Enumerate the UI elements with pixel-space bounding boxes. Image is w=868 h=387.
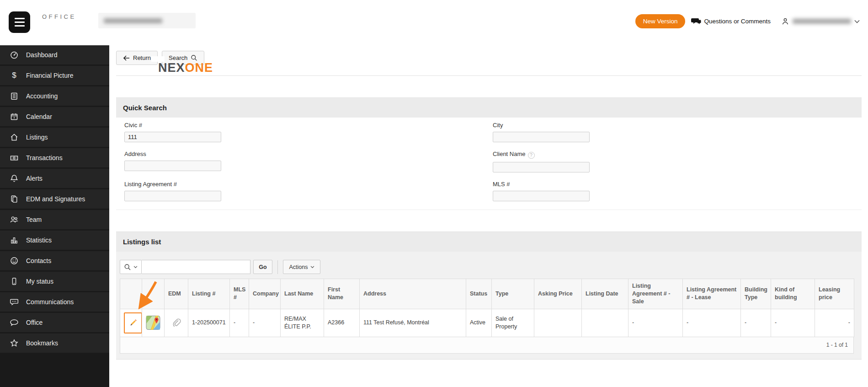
agency-selector-field[interactable] (98, 13, 196, 28)
sidebar-item-listings[interactable]: Listings (0, 128, 109, 147)
col-last-name[interactable]: Last Name (281, 279, 324, 309)
sidebar-item-statistics[interactable]: Statistics (0, 231, 109, 250)
civic-label: Civic # (124, 122, 221, 129)
app-header: NEXONE OFFICE New Version Questions or C… (0, 0, 868, 45)
col-mls[interactable]: MLS # (230, 279, 249, 309)
sidebar-item-contacts[interactable]: Contacts (0, 251, 109, 270)
paperclip-icon (171, 318, 181, 328)
edit-listing-button[interactable] (124, 312, 142, 333)
sidebar-item-office[interactable]: Office (0, 313, 109, 332)
field-civic: Civic # (124, 122, 221, 142)
sidebar-item-label: Transactions (26, 154, 63, 161)
listing-agreement-input[interactable] (124, 191, 221, 201)
sidebar-item-label: EDM and Signatures (26, 195, 85, 203)
col-address[interactable]: Address (360, 279, 466, 309)
person-icon (781, 17, 789, 26)
sidebar-item-label: Dashboard (26, 51, 58, 59)
civic-input[interactable] (124, 132, 221, 142)
sidebar-item-bookmarks[interactable]: Bookmarks (0, 333, 109, 353)
col-type[interactable]: Type (492, 279, 534, 309)
search-column-dropdown[interactable] (120, 260, 142, 274)
cell-company: - (249, 309, 281, 337)
sidebar-item-label: Office (26, 319, 43, 326)
speech-bubble-icon (10, 318, 19, 327)
map-button[interactable] (146, 315, 160, 330)
mls-label: MLS # (493, 181, 590, 188)
cell-building-type: - (741, 309, 771, 337)
banknote-icon (10, 153, 19, 162)
actions-label: Actions (289, 264, 308, 270)
col-first-name[interactable]: First Name (324, 279, 360, 309)
sidebar-item-calendar[interactable]: Calendar (0, 107, 109, 126)
app-logo: NEXONE OFFICE (42, 11, 76, 20)
listings-search-input[interactable] (142, 260, 250, 274)
search-icon (124, 263, 131, 271)
search-icon (191, 54, 197, 61)
listings-section: Listings list Go Actions (116, 231, 862, 360)
col-edit (120, 279, 142, 309)
listing-agreement-label: Listing Agreement # (124, 181, 221, 188)
sidebar-item-label: Communications (26, 298, 74, 306)
col-asking-price[interactable]: Asking Price (534, 279, 582, 309)
mls-input[interactable] (493, 191, 590, 201)
edm-attachment-button[interactable] (168, 318, 184, 328)
toolbar-separator (277, 260, 278, 274)
sidebar-item-communications[interactable]: Communications (0, 292, 109, 312)
sidebar-item-my-status[interactable]: My status (0, 272, 109, 291)
page: NEXONE OFFICE New Version Questions or C… (0, 0, 868, 387)
sidebar-item-accounting[interactable]: Accounting (0, 86, 109, 106)
go-button[interactable]: Go (253, 260, 272, 274)
user-account-menu[interactable] (781, 17, 860, 26)
logo-nex: NEX (158, 61, 185, 75)
redacted-username (793, 19, 851, 24)
logo-one: ONE (185, 61, 213, 75)
field-address: Address (124, 150, 221, 172)
col-la-lease[interactable]: Listing Agreement # - Lease (683, 279, 741, 309)
col-company[interactable]: Company (249, 279, 281, 309)
search-label: Search (169, 54, 187, 61)
map-icon (146, 315, 160, 330)
sidebar-item-alerts[interactable]: Alerts (0, 169, 109, 188)
col-status[interactable]: Status (466, 279, 492, 309)
col-edm[interactable]: EDM (165, 279, 188, 309)
sidebar-item-label: Statistics (26, 236, 52, 244)
cell-first-name: A2366 (324, 309, 360, 337)
return-label: Return (133, 54, 151, 61)
cell-kind-of-building: - (771, 309, 815, 337)
cell-status: Active (466, 309, 492, 337)
hamburger-menu-button[interactable] (9, 11, 30, 33)
field-city: City (493, 122, 590, 142)
col-map (142, 279, 165, 309)
cell-last-name: RE/MAX ÉLITE P.P. (281, 309, 324, 337)
logo-office: OFFICE (42, 14, 76, 20)
city-input[interactable] (493, 132, 590, 142)
col-building-type[interactable]: Building Type (741, 279, 771, 309)
toolbar-divider (116, 75, 862, 76)
col-la-sale[interactable]: Listing Agreement # - Sale (628, 279, 683, 309)
sidebar-item-transactions[interactable]: Transactions (0, 148, 109, 167)
chat-bubbles-icon (691, 17, 701, 26)
main-content: Return Search Quick Search Civic # City (109, 45, 868, 387)
listings-table: EDM Listing # MLS # Company Last Name Fi… (120, 279, 854, 337)
bell-icon (10, 174, 19, 183)
listings-list-title: Listings list (116, 231, 862, 252)
chevron-down-icon (133, 266, 138, 269)
sidebar-item-edm-and-signatures[interactable]: EDM and Signatures (0, 189, 109, 209)
col-listing-no[interactable]: Listing # (188, 279, 230, 309)
sidebar-item-dashboard[interactable]: Dashboard (0, 45, 109, 64)
col-listing-date[interactable]: Listing Date (582, 279, 628, 309)
questions-or-comments-link[interactable]: Questions or Comments (691, 17, 771, 26)
sidebar-item-team[interactable]: Team (0, 210, 109, 229)
listings-toolbar: Go Actions (120, 260, 858, 274)
address-input[interactable] (124, 161, 221, 171)
client-name-input[interactable] (493, 162, 590, 172)
table-header-row: EDM Listing # MLS # Company Last Name Fi… (120, 279, 854, 309)
help-icon[interactable]: ? (528, 152, 535, 159)
actions-menu-button[interactable]: Actions (283, 260, 320, 274)
col-leasing-price[interactable]: Leasing price (815, 279, 854, 309)
documents-icon (10, 194, 19, 204)
new-version-button[interactable]: New Version (635, 14, 686, 28)
sidebar-item-label: Contacts (26, 257, 51, 264)
col-kind-of-building[interactable]: Kind of building (771, 279, 815, 309)
sidebar-item-financial-picture[interactable]: $ Financial Picture (0, 66, 109, 85)
